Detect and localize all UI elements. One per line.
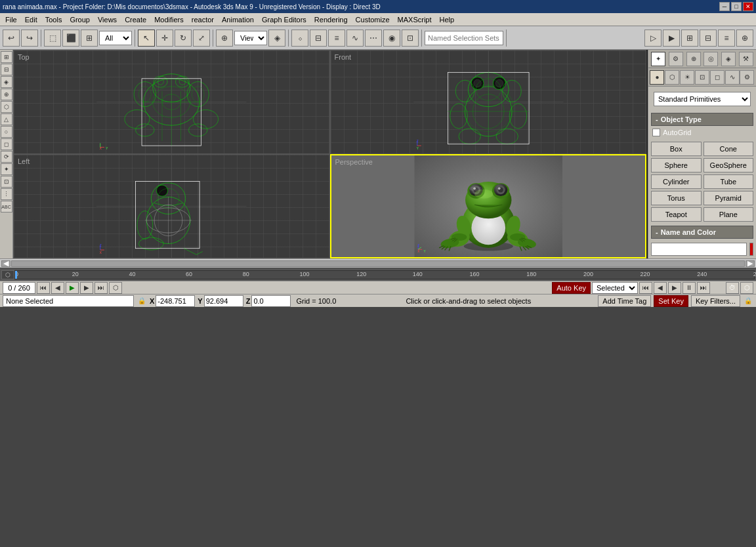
coord-dropdown[interactable]: View	[234, 31, 267, 45]
select-tool[interactable]: ↖	[138, 30, 155, 47]
primitive-type-select[interactable]: Standard Primitives	[654, 92, 751, 106]
motion-tab[interactable]: ◎	[704, 52, 718, 66]
named-selection-input[interactable]	[425, 31, 503, 45]
auto-key-button[interactable]: Auto Key	[552, 282, 591, 294]
viewport-top[interactable]: Top	[13, 50, 330, 154]
left-icon-abc[interactable]: ABC	[1, 201, 12, 213]
timeline-track[interactable]: 0 20 40 60 80 100 120 140 160 180 200 22…	[14, 270, 755, 279]
next-key-button-2[interactable]: ◀	[654, 282, 667, 294]
box-button[interactable]: Box	[651, 142, 702, 156]
left-icon-2[interactable]: ⊟	[1, 64, 12, 75]
tube-button[interactable]: Tube	[704, 174, 754, 189]
cylinder-button[interactable]: Cylinder	[651, 174, 702, 189]
select-object-button[interactable]: ⬚	[44, 30, 61, 47]
hierarchy-tab[interactable]: ⊕	[686, 52, 701, 66]
menu-file[interactable]: File	[1, 14, 21, 25]
set-key-button[interactable]: Set Key	[654, 295, 688, 307]
selected-dropdown[interactable]: Selected	[593, 282, 637, 294]
x-input[interactable]	[156, 295, 195, 307]
z-input[interactable]	[251, 295, 291, 307]
left-icon-11[interactable]: ⊡	[1, 176, 12, 188]
prev-frame-button[interactable]: ◀	[51, 282, 64, 294]
schematic-view-button[interactable]: ⋯	[365, 30, 382, 47]
viewport-left[interactable]: Left	[13, 154, 330, 258]
shapes-tab[interactable]: ⬡	[665, 70, 679, 85]
scroll-right-button[interactable]: ▶	[746, 260, 755, 267]
coord-sys-button[interactable]: ⊕	[216, 30, 233, 47]
add-time-tag-button[interactable]: Add Time Tag	[598, 295, 651, 307]
y-input[interactable]	[204, 295, 243, 307]
viewport-perspective[interactable]: Perspective	[330, 154, 647, 258]
left-icon-1[interactable]: ⊞	[1, 51, 12, 63]
left-icon-3[interactable]: ◈	[1, 76, 12, 88]
minimize-button[interactable]: ─	[719, 2, 730, 11]
sphere-button[interactable]: Sphere	[651, 158, 702, 172]
spacewarps-tab[interactable]: ∿	[725, 70, 740, 85]
geosphere-button[interactable]: GeoSphere	[704, 158, 754, 172]
time-config-button[interactable]: ⏱	[726, 282, 739, 294]
geometry-tab[interactable]: ●	[650, 70, 664, 85]
go-end-anim-button[interactable]: ⏭	[697, 282, 710, 294]
maximize-button[interactable]: □	[731, 2, 742, 11]
menu-graph-editors[interactable]: Graph Editors	[258, 14, 310, 25]
left-icon-4[interactable]: ⊕	[1, 89, 12, 100]
menu-create[interactable]: Create	[121, 14, 150, 25]
modify-tab[interactable]: ⚙	[669, 52, 683, 66]
select-filter-button[interactable]: ⊞	[81, 30, 98, 47]
menu-group[interactable]: Group	[66, 14, 94, 25]
prev-key-button[interactable]: ⏮	[639, 282, 652, 294]
curve-editor-button[interactable]: ∿	[346, 30, 364, 47]
select-scale-button[interactable]: ⤢	[193, 30, 210, 47]
extra-btn-3[interactable]: ≡	[718, 30, 735, 47]
viewport-config-button[interactable]: ⬡	[740, 282, 753, 294]
frame-counter[interactable]: 0 / 260	[3, 282, 35, 294]
systems-tab[interactable]: ⚙	[740, 70, 754, 85]
play-anim-button[interactable]: ▶	[668, 282, 681, 294]
lock-icon[interactable]: 🔒	[136, 296, 147, 306]
menu-maxscript[interactable]: MAXScript	[394, 14, 436, 25]
select-move-button[interactable]: ✛	[156, 30, 173, 47]
redo-button[interactable]: ↪	[21, 30, 38, 47]
close-button[interactable]: ✕	[743, 2, 753, 11]
key-mode-toggle[interactable]: ⬡	[1, 270, 14, 279]
left-icon-5[interactable]: ⬡	[1, 101, 12, 113]
left-icon-10[interactable]: ✦	[1, 163, 12, 175]
create-tab[interactable]: ✦	[651, 52, 665, 66]
menu-help[interactable]: Help	[436, 14, 459, 25]
stop-anim-button[interactable]: ⏸	[682, 282, 696, 294]
filter-dropdown[interactable]: All	[99, 31, 132, 45]
menu-rendering[interactable]: Rendering	[310, 14, 352, 25]
plane-button[interactable]: Plane	[704, 207, 754, 222]
helpers-tab[interactable]: ◻	[710, 70, 724, 85]
pyramid-button[interactable]: Pyramid	[704, 191, 754, 205]
left-icon-8[interactable]: ◻	[1, 138, 12, 150]
autogrid-checkbox[interactable]	[652, 129, 660, 136]
cone-button[interactable]: Cone	[704, 142, 754, 156]
menu-reactor[interactable]: reactor	[188, 14, 218, 25]
display-tab[interactable]: ◈	[721, 52, 736, 66]
key-filters-button[interactable]: Key Filters...	[691, 295, 740, 307]
color-swatch[interactable]	[749, 243, 753, 256]
extra-btn-1[interactable]: ⊞	[681, 30, 698, 47]
go-to-start-button[interactable]: ⏮	[37, 282, 50, 294]
extra-btn-2[interactable]: ⊟	[700, 30, 717, 47]
menu-animation[interactable]: Animation	[218, 14, 258, 25]
quick-render-button[interactable]: ▶	[663, 30, 680, 47]
render-setup-button[interactable]: ⊡	[402, 30, 419, 47]
go-to-end-button[interactable]: ⏭	[94, 282, 108, 294]
extra-btn-4[interactable]: ⊕	[736, 30, 753, 47]
utilities-tab[interactable]: ⚒	[739, 52, 753, 66]
cameras-tab[interactable]: ⊡	[695, 70, 709, 85]
left-icon-7[interactable]: ○	[1, 126, 12, 138]
render-button[interactable]: ▷	[644, 30, 662, 47]
teapot-button[interactable]: Teapot	[651, 207, 702, 222]
left-icon-6[interactable]: △	[1, 113, 12, 125]
align-button[interactable]: ⊟	[310, 30, 327, 47]
select-rotate-button[interactable]: ↻	[175, 30, 192, 47]
viewport-front[interactable]: Front	[330, 50, 647, 154]
select-region-button[interactable]: ⬛	[62, 30, 79, 47]
horizontal-scrollbar[interactable]	[11, 260, 745, 267]
menu-views[interactable]: Views	[94, 14, 121, 25]
play-button[interactable]: ▶	[66, 282, 79, 294]
name-color-rollout-header[interactable]: - Name and Color	[651, 226, 753, 239]
